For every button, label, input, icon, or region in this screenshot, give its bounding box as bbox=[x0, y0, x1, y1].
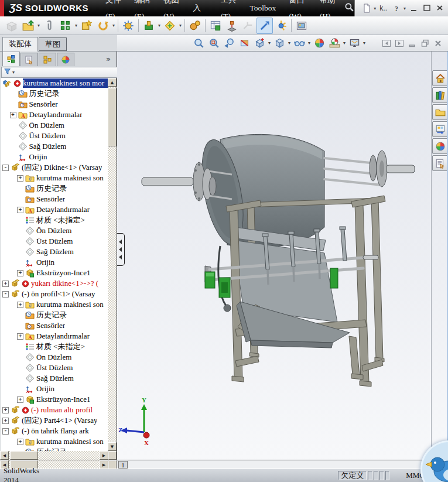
new-motion-study-button[interactable] bbox=[187, 18, 203, 34]
graphics-viewport[interactable]: Y Z X bbox=[117, 52, 447, 460]
view-page-tab[interactable]: 1 bbox=[118, 461, 128, 469]
tree-expand-toggle[interactable]: + bbox=[2, 407, 9, 413]
show-hidden-components-button[interactable] bbox=[120, 18, 136, 34]
scroll-thumb[interactable] bbox=[10, 451, 38, 460]
tree-item[interactable]: 材质 <未指定> bbox=[1, 341, 108, 352]
display-style-button[interactable] bbox=[272, 36, 287, 51]
tab-featuremanager[interactable] bbox=[2, 52, 20, 66]
tree-item[interactable]: Sensörler bbox=[1, 194, 108, 204]
scroll-left-button[interactable]: ◀ bbox=[0, 451, 9, 460]
tree-item[interactable]: +(-) rulman altı profil bbox=[1, 405, 108, 415]
window-maximize-button[interactable] bbox=[421, 2, 433, 14]
tree-item[interactable]: +yukarı dikine<1>->? ( bbox=[1, 278, 108, 289]
tree-item[interactable]: +ADetaylandırmalar bbox=[1, 204, 108, 215]
tree-expand-toggle[interactable]: + bbox=[17, 439, 23, 445]
tree-item[interactable]: Orijin bbox=[1, 257, 108, 268]
tab-sketch[interactable]: 草图 bbox=[39, 37, 67, 51]
mdi-restore-button[interactable] bbox=[419, 38, 430, 48]
previous-view-button[interactable] bbox=[221, 36, 237, 51]
tree-expand-toggle[interactable]: + bbox=[10, 112, 16, 118]
assembly-visualization-button[interactable] bbox=[273, 18, 289, 34]
mate-button[interactable] bbox=[41, 18, 57, 34]
hide-show-items-dropdown-icon[interactable]: ▾ bbox=[308, 40, 310, 46]
tab-configurationmanager[interactable] bbox=[39, 53, 56, 66]
tree-item[interactable]: -(固定) Dikine<1> (Varsay bbox=[1, 162, 108, 173]
tree-item[interactable]: 历史记录 bbox=[1, 88, 108, 99]
tree-item[interactable]: Ön Düzlem bbox=[1, 225, 108, 236]
apply-scene-dropdown-icon[interactable]: ▾ bbox=[343, 40, 346, 46]
tree-item[interactable]: 历史记录 bbox=[1, 447, 108, 451]
mdi-min-button[interactable] bbox=[406, 38, 418, 48]
assembly-model[interactable]: Y Z X bbox=[117, 52, 447, 460]
model-right-shaft[interactable] bbox=[324, 151, 415, 187]
view-orientation-button[interactable] bbox=[252, 36, 267, 51]
help-icon[interactable]: ? bbox=[391, 2, 402, 14]
open-document-dropdown-icon[interactable]: ▾ bbox=[37, 23, 40, 28]
tree-item[interactable]: +kurutma makinesi son bbox=[1, 299, 108, 310]
custom-properties-button[interactable] bbox=[432, 155, 447, 171]
zoom-fit-button[interactable] bbox=[191, 36, 206, 51]
tree-horizontal-scrollbar[interactable]: ◀ ▶ bbox=[0, 451, 117, 460]
scroll-right-button[interactable]: ▶ bbox=[100, 460, 108, 469]
tree-expand-toggle[interactable]: + bbox=[2, 281, 9, 287]
scroll-down-button[interactable]: ▼ bbox=[108, 442, 117, 451]
tree-item[interactable]: Orijin bbox=[1, 384, 108, 394]
linear-component-pattern-dropdown-icon[interactable]: ▾ bbox=[75, 23, 77, 28]
scrollbar-gripper[interactable] bbox=[108, 460, 117, 469]
new-document-icon[interactable] bbox=[361, 2, 372, 14]
view-settings-dropdown-icon[interactable]: ▾ bbox=[363, 40, 365, 46]
assembly-features-button[interactable] bbox=[141, 18, 157, 34]
move-component-button[interactable] bbox=[95, 18, 111, 34]
tree-item[interactable]: Sensörler bbox=[1, 99, 108, 110]
tree-item[interactable]: +ADetaylandırmalar bbox=[1, 331, 108, 341]
design-library-button[interactable] bbox=[432, 87, 447, 103]
open-document-button[interactable] bbox=[20, 18, 36, 34]
tree-item[interactable]: +ADetaylandırmalar bbox=[1, 110, 108, 120]
file-explorer-button[interactable] bbox=[432, 104, 447, 120]
scroll-right-button[interactable]: ▶ bbox=[100, 451, 108, 460]
tab-propertymanager[interactable] bbox=[20, 53, 38, 66]
tree-item[interactable]: Sağ Düzlem bbox=[1, 247, 108, 257]
display-style-dropdown-icon[interactable]: ▾ bbox=[288, 40, 290, 46]
panel-tabs-overflow-chevron[interactable]: » bbox=[106, 54, 111, 63]
scrollbar-gripper[interactable] bbox=[108, 451, 117, 460]
search-icon[interactable] bbox=[344, 2, 354, 14]
tree-item[interactable]: Sağ Düzlem bbox=[1, 373, 108, 384]
tree-expand-toggle[interactable]: + bbox=[17, 302, 23, 308]
tree-expand-toggle[interactable]: + bbox=[2, 418, 9, 424]
appearances-scenes-button[interactable] bbox=[432, 138, 447, 154]
tree-expand-toggle[interactable]: + bbox=[17, 270, 23, 276]
scroll-track[interactable] bbox=[9, 451, 100, 460]
tree-item[interactable]: +Ekstrüzyon-Ince1 bbox=[1, 268, 108, 278]
instant3d-button[interactable] bbox=[257, 18, 273, 34]
tree-expand-toggle[interactable]: + bbox=[17, 175, 23, 182]
tree-expand-toggle[interactable]: - bbox=[2, 291, 9, 298]
tree-filter-bar[interactable]: ▾ bbox=[1, 67, 118, 78]
tree-item[interactable]: +(固定) Part4<1> (Varsay bbox=[1, 415, 108, 426]
tab-assembly[interactable]: 装配体 bbox=[2, 37, 38, 52]
tab-displaymanager[interactable] bbox=[57, 53, 74, 66]
tree-expand-toggle[interactable]: + bbox=[17, 396, 23, 403]
scroll-up-button[interactable]: ▲ bbox=[108, 78, 117, 87]
tree-item[interactable]: Sensörler bbox=[1, 320, 108, 331]
zoom-area-button[interactable] bbox=[206, 36, 221, 51]
edit-appearance-button[interactable] bbox=[312, 36, 327, 51]
view-settings-button[interactable] bbox=[347, 36, 362, 51]
panel-collapse-splitter[interactable] bbox=[117, 233, 125, 266]
tree-item[interactable]: Ön Düzlem bbox=[1, 120, 108, 131]
tree-expand-toggle[interactable]: - bbox=[2, 428, 9, 435]
assembly-features-dropdown-icon[interactable]: ▾ bbox=[158, 23, 160, 28]
apply-scene-button[interactable] bbox=[327, 36, 342, 51]
take-snapshot-button[interactable] bbox=[293, 18, 310, 34]
tree-item[interactable]: Üst Düzlem bbox=[1, 131, 108, 141]
menu-item[interactable]: Toolbox bbox=[243, 0, 282, 16]
tree-item[interactable]: Üst Düzlem bbox=[1, 236, 108, 247]
exploded-view-button[interactable] bbox=[224, 18, 240, 34]
pane-right-button[interactable] bbox=[394, 38, 405, 48]
tree-item[interactable]: 材质 <未指定> bbox=[1, 215, 108, 225]
view-orientation-dropdown-icon[interactable]: ▾ bbox=[268, 40, 271, 46]
resources-home-button[interactable] bbox=[432, 70, 447, 86]
reference-geometry-button[interactable] bbox=[162, 18, 178, 34]
hide-show-items-button[interactable] bbox=[292, 36, 307, 51]
bill-of-materials-button[interactable] bbox=[207, 18, 224, 34]
